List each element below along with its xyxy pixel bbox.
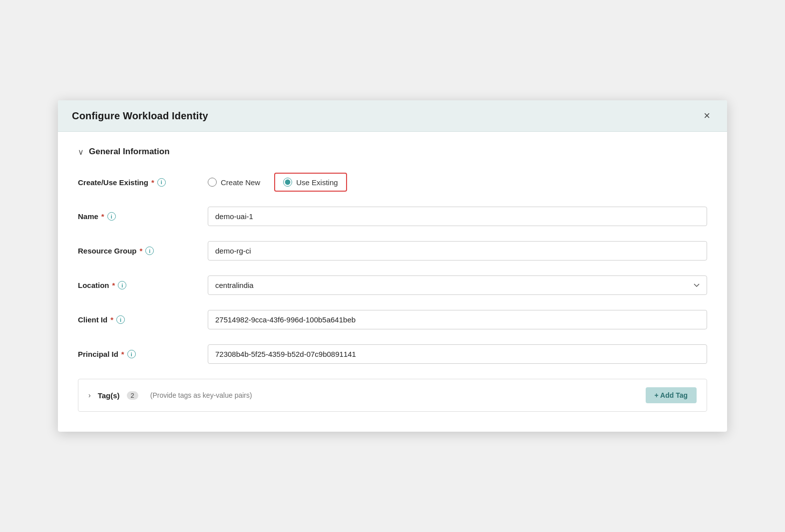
location-row: Location* i centralindia eastus westus (78, 275, 707, 295)
client-id-info-icon[interactable]: i (116, 315, 125, 324)
use-existing-highlighted: Use Existing (274, 173, 347, 192)
dialog-body: ∨ General Information Create/Use Existin… (58, 132, 727, 432)
client-id-input[interactable] (208, 310, 707, 329)
dialog-title: Configure Workload Identity (72, 110, 208, 122)
principal-id-input-area (208, 344, 707, 364)
name-input[interactable] (208, 207, 707, 226)
add-tag-button[interactable]: + Add Tag (646, 387, 697, 403)
create-new-option[interactable]: Create New (208, 178, 260, 187)
section-chevron-icon[interactable]: ∨ (78, 147, 84, 157)
create-use-existing-row: Create/Use Existing* i Create New Use Ex… (78, 173, 707, 192)
resource-group-input-area (208, 241, 707, 261)
location-input-area: centralindia eastus westus (208, 275, 707, 295)
use-existing-radio[interactable] (283, 178, 292, 187)
dialog-header: Configure Workload Identity × (58, 100, 727, 132)
resource-group-info-icon[interactable]: i (145, 247, 154, 255)
resource-group-label: Resource Group* i (78, 247, 208, 255)
client-id-row: Client Id* i (78, 310, 707, 329)
create-new-radio[interactable] (208, 178, 217, 187)
location-select[interactable]: centralindia eastus westus (208, 275, 707, 295)
tags-count-badge: 2 (127, 391, 138, 400)
resource-group-row: Resource Group* i (78, 241, 707, 261)
name-input-area (208, 207, 707, 226)
tags-hint: (Provide tags as key-value pairs) (150, 391, 252, 399)
tags-chevron-icon[interactable]: › (88, 391, 91, 399)
create-use-existing-info-icon[interactable]: i (157, 178, 166, 187)
principal-id-input[interactable] (208, 344, 707, 364)
client-id-label: Client Id* i (78, 315, 208, 324)
use-existing-option[interactable]: Use Existing (283, 178, 338, 187)
radio-group-area: Create New Use Existing (208, 173, 707, 192)
location-info-icon[interactable]: i (118, 281, 126, 289)
principal-id-row: Principal Id* i (78, 344, 707, 364)
resource-group-input[interactable] (208, 241, 707, 261)
client-id-input-area (208, 310, 707, 329)
name-row: Name* i (78, 207, 707, 226)
name-label: Name* i (78, 212, 208, 221)
radio-group: Create New Use Existing (208, 173, 707, 192)
general-information-section: ∨ General Information (78, 147, 707, 157)
tags-left: › Tag(s) 2 (Provide tags as key-value pa… (88, 391, 252, 400)
close-button[interactable]: × (701, 109, 713, 122)
create-use-existing-label: Create/Use Existing* i (78, 178, 208, 187)
name-info-icon[interactable]: i (107, 212, 116, 221)
principal-id-label: Principal Id* i (78, 350, 208, 358)
tags-section: › Tag(s) 2 (Provide tags as key-value pa… (78, 379, 707, 412)
configure-workload-identity-dialog: Configure Workload Identity × ∨ General … (58, 100, 727, 432)
location-label: Location* i (78, 281, 208, 289)
section-title: General Information (89, 147, 170, 157)
principal-id-info-icon[interactable]: i (127, 350, 136, 358)
tags-label: Tag(s) (98, 391, 120, 400)
